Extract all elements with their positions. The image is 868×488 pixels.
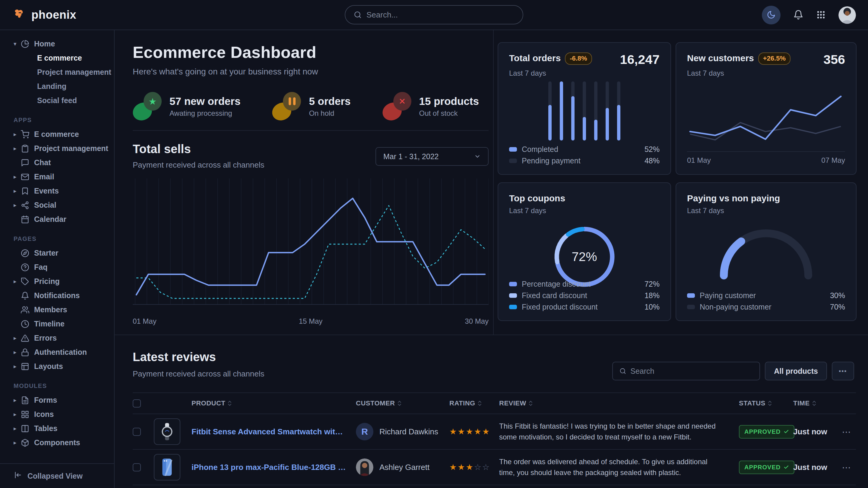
total-sells-x-axis: 01 May 15 May 30 May xyxy=(133,317,489,326)
sidebar-item-authentication[interactable]: ▸Authentication xyxy=(0,345,114,359)
table-row[interactable]: Fitbit Sense Advanced Smartwatch with To… xyxy=(133,414,856,450)
total-orders-card: Total orders -6.8% 16,247 Last 7 days Co… xyxy=(498,42,671,175)
sidebar-item-timeline[interactable]: Timeline xyxy=(0,317,114,331)
main-content: Ecommerce Dashboard Here's what's going … xyxy=(115,30,868,488)
moon-icon xyxy=(767,10,776,20)
caret-right-icon: ▸ xyxy=(13,411,21,418)
legend-row: Fixed product discount10% xyxy=(509,301,660,313)
stat-value: 57 new orders xyxy=(169,95,240,107)
user-avatar[interactable] xyxy=(838,6,856,24)
sidebar-item-components[interactable]: ▸Components xyxy=(0,435,114,450)
sidebar-item-home[interactable]: ▾Home xyxy=(0,37,114,51)
caret-right-icon: ▸ xyxy=(13,145,21,152)
card-period: Last 7 days xyxy=(687,206,845,215)
product-link[interactable]: Fitbit Sense Advanced Smartwatch with To… xyxy=(191,427,356,436)
sidebar-item-pricing[interactable]: ▸Pricing xyxy=(0,274,114,289)
rating-stars: ★★★☆☆ xyxy=(450,462,499,472)
message-icon xyxy=(21,158,30,167)
sidebar-subitem-e-commerce[interactable]: E commerce xyxy=(0,51,114,65)
sidebar-item-project-management[interactable]: ▸Project management xyxy=(0,141,114,156)
column-header-review[interactable]: REVIEW xyxy=(499,399,739,407)
sidebar: ▾HomeE commerceProject managementLanding… xyxy=(0,30,115,488)
sidebar-item-layouts[interactable]: ▸Layouts xyxy=(0,359,114,373)
global-search[interactable] xyxy=(345,5,523,24)
sidebar-item-events[interactable]: ▸Events xyxy=(0,184,114,198)
reviews-search-input[interactable] xyxy=(630,367,753,376)
product-link[interactable]: iPhone 13 pro max-Pacific Blue-128GB sto… xyxy=(191,463,356,472)
caret-right-icon: ▸ xyxy=(13,278,21,285)
sidebar-subitem-landing[interactable]: Landing xyxy=(0,79,114,93)
card-value: 356 xyxy=(824,53,845,66)
legend-row: Paying customer30% xyxy=(687,290,845,301)
stat-sublabel: Out of stock xyxy=(419,109,479,118)
select-all-checkbox[interactable] xyxy=(133,399,141,408)
bar xyxy=(606,82,609,140)
column-header-status[interactable]: STATUS xyxy=(739,399,793,407)
column-header-product[interactable]: PRODUCT xyxy=(191,399,356,407)
sidebar-item-tables[interactable]: ▸Tables xyxy=(0,421,114,435)
bar xyxy=(594,82,597,140)
total-sells-chart xyxy=(133,174,489,314)
sidebar-item-icons[interactable]: ▸Icons xyxy=(0,407,114,421)
sidebar-item-members[interactable]: Members xyxy=(0,303,114,317)
sidebar-item-faq[interactable]: Faq xyxy=(0,260,114,274)
global-search-input[interactable] xyxy=(367,10,514,20)
column-header-time[interactable]: TIME xyxy=(793,399,837,407)
collapse-icon xyxy=(13,471,22,481)
bar xyxy=(617,82,620,140)
reviews-more-button[interactable]: ⋯ xyxy=(832,362,854,380)
paying-vs-non-paying-card: Paying vs non paying Last 7 days Paying … xyxy=(676,182,857,321)
theme-toggle-button[interactable] xyxy=(762,6,780,24)
sidebar-item-social[interactable]: ▸Social xyxy=(0,198,114,212)
nav-actions xyxy=(762,0,856,30)
bar xyxy=(548,82,552,140)
pause-icon xyxy=(272,92,301,121)
paying-gauge-chart xyxy=(715,224,817,281)
sidebar-item-starter[interactable]: Starter xyxy=(0,246,114,260)
clock-icon xyxy=(21,320,30,329)
sidebar-item-email[interactable]: ▸Email xyxy=(0,170,114,184)
lock-icon xyxy=(21,348,30,357)
total-sells-title: Total sells xyxy=(133,142,191,156)
notifications-button[interactable] xyxy=(793,10,803,21)
customer-name: Richard Dawkins xyxy=(379,427,438,436)
caret-right-icon: ▸ xyxy=(13,439,21,446)
sidebar-item-chat[interactable]: Chat xyxy=(0,156,114,170)
sidebar-item-errors[interactable]: ▸Errors xyxy=(0,331,114,345)
sidebar-section-label: MODULES xyxy=(13,383,114,389)
card-title: New customers xyxy=(687,53,754,63)
caret-down-icon: ▾ xyxy=(13,40,21,47)
reviews-search[interactable] xyxy=(612,362,760,380)
all-products-button[interactable]: All products xyxy=(765,362,827,380)
sidebar-subitem-project-management[interactable]: Project management xyxy=(0,65,114,79)
sidebar-subitem-social-feed[interactable]: Social feed xyxy=(0,93,114,108)
card-period: Last 7 days xyxy=(509,69,660,77)
total-orders-legend: Completed52%Pending payment48% xyxy=(509,143,660,166)
column-header-customer[interactable]: CUSTOMER xyxy=(356,399,450,407)
legend-row: Pending payment48% xyxy=(509,155,660,166)
row-more-button[interactable]: ⋯ xyxy=(837,462,856,473)
caret-right-icon: ▸ xyxy=(13,131,21,138)
paying-legend: Paying customer30%Non-paying customer70% xyxy=(687,290,845,313)
sidebar-item-calendar[interactable]: Calendar xyxy=(0,212,114,226)
row-checkbox[interactable] xyxy=(133,463,141,471)
grid-icon xyxy=(816,10,826,21)
column-header-rating[interactable]: RATING xyxy=(450,399,499,407)
pie-chart-icon xyxy=(21,39,30,48)
stat-item: ★57 new ordersAwating processing xyxy=(133,92,240,121)
collapsed-view-toggle[interactable]: Collapsed View xyxy=(0,463,114,488)
brand[interactable]: phoenix xyxy=(0,7,76,22)
table-row[interactable] xyxy=(133,485,856,488)
new-customers-line-chart xyxy=(687,82,844,156)
sidebar-item-e-commerce[interactable]: ▸E commerce xyxy=(0,127,114,141)
sidebar-item-forms[interactable]: ▸Forms xyxy=(0,393,114,407)
sidebar-item-notifications[interactable]: Notifications xyxy=(0,289,114,303)
date-range-select[interactable]: Mar 1 - 31, 2022 xyxy=(375,147,489,166)
caret-right-icon: ▸ xyxy=(13,188,21,194)
apps-menu-button[interactable] xyxy=(816,10,826,21)
customer-name: Ashley Garrett xyxy=(379,463,430,472)
row-more-button[interactable]: ⋯ xyxy=(837,426,856,437)
legend-row: Completed52% xyxy=(509,143,660,155)
row-checkbox[interactable] xyxy=(133,428,141,436)
table-row[interactable]: iPhone 13 pro max-Pacific Blue-128GB sto… xyxy=(133,450,856,485)
